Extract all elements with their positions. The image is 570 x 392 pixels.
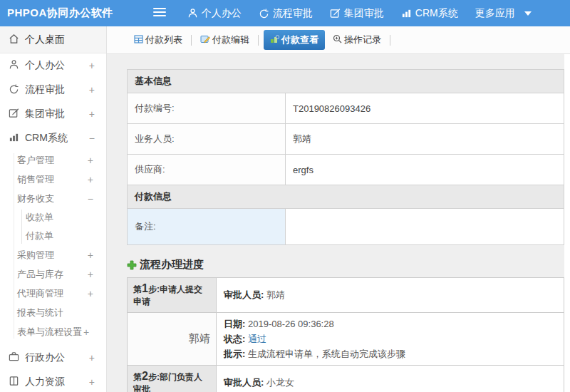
sidebar-subitem-customer-mgmt[interactable]: 客户管理 + [0,150,106,170]
sidebar-item-label: 行政办公 [25,351,65,364]
nav-item-label: CRM系统 [415,7,458,20]
approver-label: 审批人员: [224,377,264,388]
sidebar-subitem-label: 采购管理 [17,249,54,262]
expand-plus-icon[interactable]: + [89,84,95,96]
nav-item-process-approval[interactable]: 流程审批 [259,7,313,20]
expand-plus-icon[interactable]: + [88,249,93,261]
sidebar-subitem-label: 财务收支 [17,192,54,205]
sidebar-subitem-reports-stats[interactable]: 报表与统计 [0,303,106,322]
flow-progress-table: 第1步:申请人提交申请 审批人员: 郭靖 郭靖 日期: 2019-08-26 0… [127,277,564,392]
edit-icon [330,8,341,19]
expand-plus-icon[interactable]: + [88,269,93,280]
main-area: 付款列表 付款编辑 付款查看 操作记录 [107,26,570,392]
payment-detail-table: 基本信息 付款编号: T20190826093426 业务人员: 郭靖 供应商:… [127,69,564,245]
expand-plus-icon[interactable]: + [88,174,93,185]
tab-label: 付款查看 [281,33,318,46]
sidebar-item-personal-office[interactable]: 个人办公 + [0,53,106,78]
step-2-label: 第2步:部门负责人审批 [128,366,217,392]
sidebar-subitem-agent-mgmt[interactable]: 代理商管理 + [0,284,106,303]
nav-item-label: 个人办公 [202,7,242,20]
sidebar-item-label: 个人办公 [25,59,65,72]
payment-info-header: 付款信息 [128,185,564,209]
sidebar-item-hr[interactable]: 人力资源 + [0,370,106,392]
sidebar-subitem-purchase-mgmt[interactable]: 采购管理 + [0,245,106,264]
sidebar-subitem-form-flow-settings[interactable]: 表单与流程设置 + [0,322,106,341]
sidebar-subitem-label: 客户管理 [17,154,54,167]
page-content: 基本信息 付款编号: T20190826093426 业务人员: 郭靖 供应商:… [107,54,570,392]
sidebar-subitem-receipt-order[interactable]: 收款单 [0,208,106,227]
table-row: 业务人员: 郭靖 [128,124,564,155]
expand-plus-icon[interactable]: + [89,108,95,120]
sidebar-subitem-finance[interactable]: 财务收支 − [0,189,106,208]
navbar-menu: 个人办公 流程审批 集团审批 CRM系统 更多应用 [187,7,549,20]
flow-progress-title: 流程办理进度 [140,258,204,272]
tab-payment-list[interactable]: 付款列表 [130,31,186,49]
sidebar-item-group-approval[interactable]: 集团审批 + [0,102,106,126]
detail-date-line: 日期: 2019-08-26 09:36:28 [224,316,556,331]
supplier-label: 供应商: [128,155,286,185]
tab-payment-edit[interactable]: 付款编辑 [197,31,253,49]
expand-plus-icon[interactable]: + [89,60,95,71]
step-1-label: 第1步:申请人提交申请 [128,278,217,313]
sidebar-subitem-label: 付款单 [26,229,53,242]
nav-item-label: 流程审批 [273,7,313,20]
table-row: 郭靖 日期: 2019-08-26 09:36:28 状态: 通过 批示: 生成… [128,313,564,366]
sidebar-item-crm[interactable]: CRM系统 − [0,126,106,150]
expand-plus-icon[interactable]: + [88,288,93,299]
table-row: 备注: [128,209,564,245]
sidebar-item-personal-desktop[interactable]: 个人桌面 [0,26,106,53]
collapse-minus-icon[interactable]: − [89,133,95,144]
hamburger-icon [153,7,166,20]
bar-chart-icon [9,132,19,145]
expand-plus-icon[interactable]: + [89,352,95,363]
sidebar-item-label: CRM系统 [25,132,68,145]
sidebar-subitem-label: 表单与流程设置 [17,326,82,339]
sidebar-subitem-payment-order[interactable]: 付款单 [0,227,106,245]
collapse-minus-icon[interactable]: − [88,193,93,205]
app-logo: PHPOA协同办公软件 [0,6,113,20]
tab-label: 付款编辑 [212,33,249,46]
sidebar-subitem-sales-mgmt[interactable]: 销售管理 + [0,170,106,189]
approver-name: 小龙女 [266,377,294,388]
tab-label: 付款列表 [145,33,182,46]
green-plus-icon [127,260,137,270]
home-icon [9,33,19,46]
caret-down-icon [524,11,532,16]
table-row: 付款编号: T20190826093426 [128,93,564,124]
sidebar-item-label: 人力资源 [25,376,65,388]
nav-item-personal-office[interactable]: 个人办公 [187,7,242,20]
user-icon [9,59,19,72]
tab-payment-view[interactable]: 付款查看 [264,30,325,50]
briefcase-icon [9,351,19,364]
right-gutter [564,54,570,392]
table-row: 第1步:申请人提交申请 审批人员: 郭靖 [128,278,564,313]
sidebar-subitem-label: 收款单 [26,211,53,224]
tab-operation-log[interactable]: 操作记录 [329,31,385,49]
payment-no-label: 付款编号: [128,93,286,124]
nav-item-group-approval[interactable]: 集团审批 [330,7,384,20]
expand-plus-icon[interactable]: + [88,155,93,166]
sidebar-item-label: 流程审批 [25,83,65,96]
sidebar: 个人桌面 个人办公 + 流程审批 + 集团审批 + [0,26,107,392]
sidebar-subitem-product-inventory[interactable]: 产品与库存 + [0,264,106,284]
process-icon [9,83,19,96]
expand-plus-icon[interactable]: + [89,376,95,388]
sidebar-item-process-approval[interactable]: 流程审批 + [0,78,106,102]
tab-separator [258,35,259,46]
nav-item-crm[interactable]: CRM系统 [401,7,458,20]
expand-plus-icon[interactable]: + [83,326,89,338]
hamburger-button[interactable] [153,7,166,20]
step-1-approver: 审批人员: 郭靖 [217,278,564,313]
basic-info-header: 基本信息 [128,70,564,93]
nav-item-label: 更多应用 [475,7,515,20]
note-label: 备注: [128,209,286,245]
business-person-label: 业务人员: [128,124,286,155]
nav-item-more-apps[interactable]: 更多应用 [475,7,532,20]
sidebar-item-admin-office[interactable]: 行政办公 + [0,346,106,370]
view-icon [270,35,279,46]
tab-separator [390,35,390,46]
date-value: 2019-08-26 09:36:28 [248,319,334,329]
top-navbar: PHPOA协同办公软件 个人办公 流程审批 集团审批 [0,0,570,26]
note-value [286,209,564,245]
table-icon [134,35,143,46]
